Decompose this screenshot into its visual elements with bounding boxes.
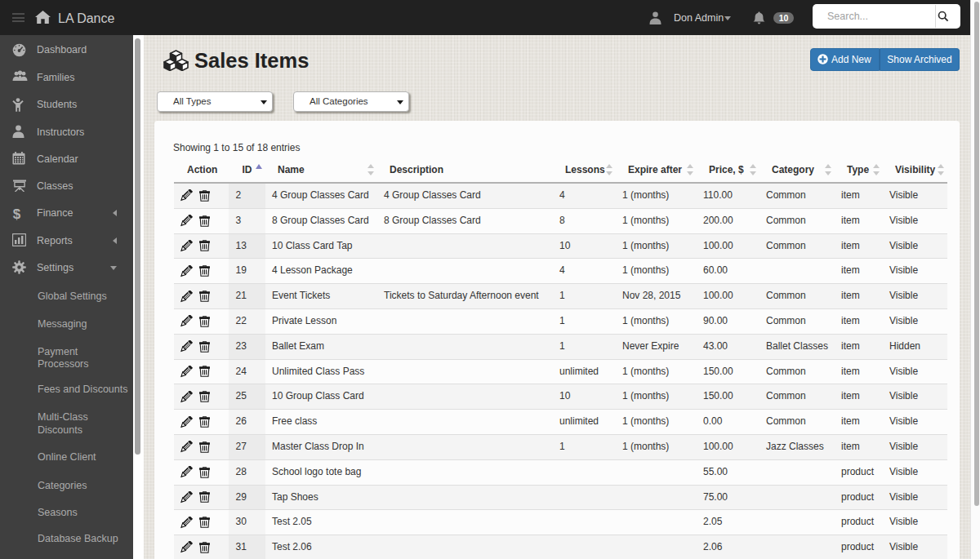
svg-text:$: $ <box>13 206 21 221</box>
